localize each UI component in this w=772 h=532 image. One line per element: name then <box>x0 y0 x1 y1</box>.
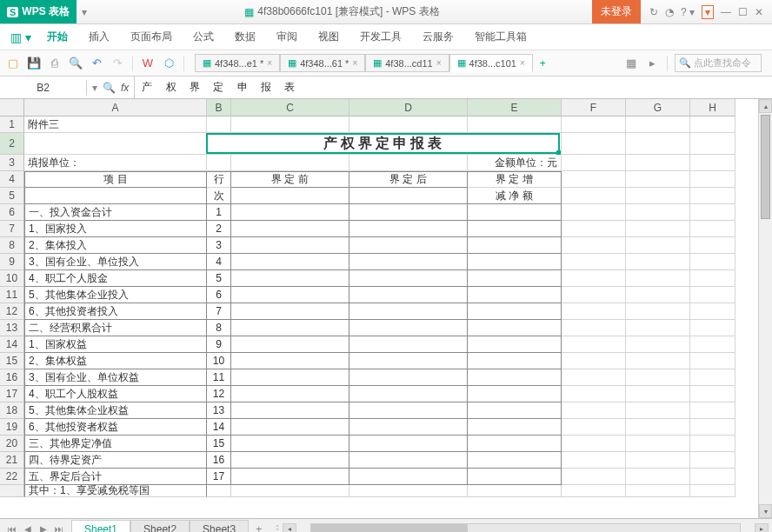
cell[interactable]: 8 <box>207 320 231 336</box>
new-icon[interactable]: ▢ <box>5 56 21 71</box>
row-header[interactable]: 21 <box>0 452 24 469</box>
cell[interactable]: 1、国家权益 <box>24 336 207 353</box>
close-tab-icon[interactable]: × <box>436 58 442 68</box>
row-header[interactable]: 20 <box>0 436 24 452</box>
cell[interactable] <box>349 303 468 320</box>
cell[interactable]: 3 <box>207 237 231 254</box>
cell[interactable] <box>468 116 562 133</box>
cell[interactable] <box>562 254 626 270</box>
cell[interactable] <box>349 419 468 436</box>
cell[interactable] <box>690 369 735 386</box>
cell[interactable]: 产权界定申报表 <box>207 133 562 155</box>
row-header[interactable]: 13 <box>0 320 24 336</box>
cell[interactable]: 4、职工个人股权益 <box>24 386 207 402</box>
cell[interactable] <box>468 336 562 353</box>
scroll-thumb[interactable] <box>311 524 468 533</box>
row-header[interactable]: 19 <box>0 419 24 436</box>
row-header[interactable]: 4 <box>0 171 24 188</box>
cell[interactable] <box>562 303 626 320</box>
undo-icon[interactable]: ↶ <box>89 56 104 71</box>
cell[interactable] <box>468 353 562 369</box>
cell[interactable] <box>24 188 207 204</box>
cell[interactable] <box>626 133 690 155</box>
cell[interactable] <box>468 320 562 336</box>
row-header[interactable]: 22 <box>0 469 24 485</box>
cell[interactable] <box>231 436 349 452</box>
cell[interactable] <box>626 336 690 353</box>
menu-data[interactable]: 数据 <box>226 26 264 48</box>
row-header[interactable]: 11 <box>0 287 24 303</box>
cell[interactable] <box>626 436 690 452</box>
cell[interactable] <box>626 254 690 270</box>
maximize-icon[interactable]: ☐ <box>738 6 748 18</box>
cell[interactable] <box>231 116 349 133</box>
sheet-tab[interactable]: Sheet2 <box>130 520 190 533</box>
cell[interactable]: 5 <box>207 270 231 287</box>
cell[interactable] <box>562 204 626 221</box>
cell[interactable] <box>231 402 349 419</box>
cell[interactable] <box>231 369 349 386</box>
column-header[interactable]: H <box>690 99 735 116</box>
cell[interactable] <box>468 287 562 303</box>
doc-tab[interactable]: ▦4f348...61 *× <box>280 54 365 72</box>
column-header[interactable]: C <box>231 99 349 116</box>
cell[interactable] <box>626 469 690 485</box>
horizontal-scrollbar[interactable] <box>310 523 741 533</box>
cell[interactable] <box>468 303 562 320</box>
cell[interactable] <box>231 419 349 436</box>
cell[interactable]: 2、集体权益 <box>24 353 207 369</box>
close-tab-icon[interactable]: × <box>267 58 272 68</box>
sheet-tab[interactable]: Sheet1 <box>71 520 130 533</box>
cell[interactable] <box>690 221 735 237</box>
cell[interactable] <box>349 369 468 386</box>
cell[interactable] <box>690 171 735 188</box>
cell[interactable] <box>349 485 468 497</box>
cell[interactable] <box>690 254 735 270</box>
cell[interactable] <box>231 485 349 497</box>
add-sheet-icon[interactable]: + <box>249 521 269 533</box>
cell[interactable] <box>349 270 468 287</box>
cell[interactable] <box>562 436 626 452</box>
cell[interactable] <box>231 254 349 270</box>
cell[interactable]: 3、国有企业、单位权益 <box>24 369 207 386</box>
cell[interactable] <box>626 221 690 237</box>
cell[interactable] <box>468 270 562 287</box>
row-header[interactable]: 18 <box>0 402 24 419</box>
cell[interactable] <box>349 436 468 452</box>
cell[interactable] <box>562 320 626 336</box>
cell[interactable] <box>562 155 626 171</box>
cell[interactable] <box>690 436 735 452</box>
cell[interactable] <box>690 287 735 303</box>
app-menu-dropdown-icon[interactable]: ▾ <box>82 6 87 18</box>
menu-cloud[interactable]: 云服务 <box>414 26 463 48</box>
cell[interactable] <box>349 287 468 303</box>
cell[interactable] <box>231 237 349 254</box>
cell[interactable] <box>231 188 349 204</box>
cell[interactable]: 界 定 前 <box>231 171 349 188</box>
cell[interactable] <box>626 188 690 204</box>
cell[interactable]: 6、其他投资者权益 <box>24 419 207 436</box>
share-icon[interactable]: ⬡ <box>161 56 176 71</box>
row-header[interactable]: 6 <box>0 204 24 221</box>
cell[interactable] <box>468 436 562 452</box>
row-header[interactable]: 7 <box>0 221 24 237</box>
row-header[interactable]: 9 <box>0 254 24 270</box>
cell[interactable] <box>562 369 626 386</box>
cell[interactable]: 界 定 增 <box>468 171 562 188</box>
scroll-up-icon[interactable]: ▴ <box>759 99 772 113</box>
cell[interactable] <box>231 155 349 171</box>
cell[interactable]: 其中：1、享受减免税等国 <box>24 485 207 497</box>
column-header[interactable]: E <box>468 99 562 116</box>
sync-icon[interactable]: ↻ <box>649 6 658 18</box>
cell[interactable] <box>468 402 562 419</box>
column-header[interactable]: D <box>349 99 468 116</box>
cell[interactable] <box>626 369 690 386</box>
close-tab-icon[interactable]: × <box>352 58 357 68</box>
scroll-down-icon[interactable]: ▾ <box>759 504 772 518</box>
row-header[interactable]: 17 <box>0 386 24 402</box>
cell[interactable] <box>562 133 626 155</box>
cell[interactable] <box>231 303 349 320</box>
cell[interactable] <box>690 270 735 287</box>
close-icon[interactable]: ✕ <box>755 6 763 18</box>
cell[interactable]: 11 <box>207 369 231 386</box>
